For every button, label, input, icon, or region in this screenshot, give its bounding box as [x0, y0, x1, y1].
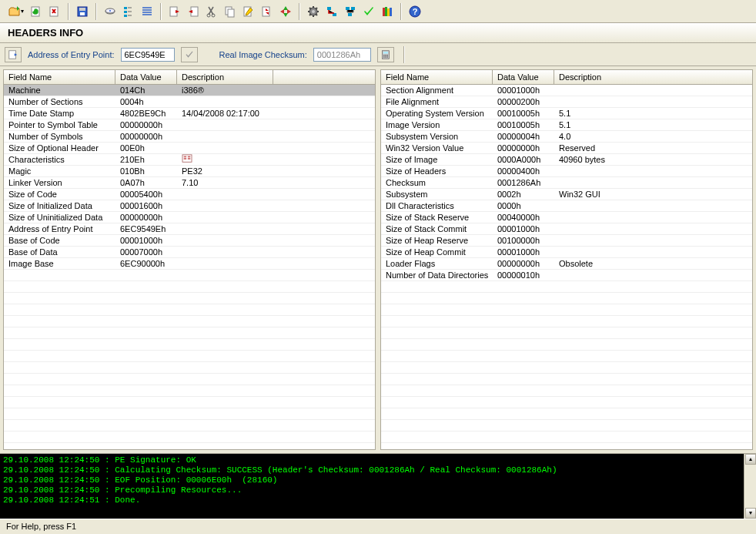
table-row[interactable]: Base of Data00007000h — [4, 247, 375, 258]
table-row[interactable]: Dll Characteristics0000h — [381, 200, 752, 212]
svg-rect-36 — [385, 55, 386, 56]
table-row[interactable]: Operating System Version00010005h5.1 — [381, 108, 752, 119]
table-row[interactable]: Image Base6EC90000h — [4, 258, 375, 270]
column-header[interactable]: Description — [554, 70, 752, 84]
column-header[interactable]: Field Name — [381, 70, 493, 84]
table-row[interactable]: Size of Optional Header00E0h — [4, 143, 375, 154]
right-table-body[interactable]: Section Alignment00001000hFile Alignment… — [381, 85, 752, 449]
svg-rect-40 — [386, 56, 388, 58]
console-scrollbar[interactable]: ▴ ▾ — [744, 454, 756, 519]
svg-rect-34 — [383, 52, 388, 53]
disk-button[interactable] — [102, 3, 119, 20]
left-table: Field NameData ValueDescription Machine0… — [3, 69, 376, 450]
link-button[interactable] — [342, 3, 359, 20]
svg-rect-44 — [188, 156, 190, 158]
tree-button[interactable] — [120, 3, 137, 20]
help-button[interactable]: ? — [406, 3, 423, 20]
table-row[interactable]: Size of Headers00000400h — [381, 166, 752, 177]
column-header[interactable]: Data Value — [115, 70, 177, 84]
svg-rect-16 — [228, 9, 234, 17]
svg-rect-27 — [385, 7, 387, 16]
table-row[interactable]: Number of Sections0004h — [4, 96, 375, 108]
svg-rect-8 — [124, 7, 127, 9]
svg-rect-35 — [383, 55, 385, 56]
table-row[interactable]: Checksum0001286Ah — [381, 177, 752, 189]
svg-rect-45 — [188, 158, 190, 160]
scroll-down-button[interactable]: ▾ — [745, 508, 756, 519]
svg-rect-9 — [124, 11, 127, 13]
gear-button[interactable] — [305, 3, 322, 20]
column-header[interactable]: Data Value — [493, 70, 554, 84]
swap-button[interactable] — [259, 3, 276, 20]
console-panel: 29.10.2008 12:24:50 : PE Signature: OK 2… — [0, 453, 756, 519]
table-row[interactable]: Loader Flags00000000hObsolete — [381, 258, 752, 270]
table-row[interactable]: Size of Heap Commit00001000h — [381, 247, 752, 258]
svg-rect-37 — [386, 55, 388, 56]
import-button[interactable] — [185, 3, 202, 20]
svg-rect-10 — [124, 15, 127, 17]
cut-button[interactable] — [203, 3, 220, 20]
svg-rect-28 — [387, 8, 390, 16]
scroll-up-button[interactable]: ▴ — [745, 454, 756, 465]
svg-rect-25 — [348, 13, 352, 16]
svg-rect-43 — [184, 158, 186, 160]
table-row[interactable]: Address of Entry Point6EC9549Eh — [4, 223, 375, 235]
table-row[interactable]: Pointer to Symbol Table00000000h — [4, 119, 375, 131]
svg-rect-18 — [263, 7, 269, 16]
entry-bar: Address of Entry Point: Real Image Check… — [0, 43, 756, 66]
copy-button[interactable] — [222, 3, 239, 20]
table-row[interactable]: Machine014Chi386® — [4, 85, 375, 96]
table-row[interactable]: Size of Uninitialized Data00000000h — [4, 212, 375, 223]
svg-rect-23 — [346, 7, 350, 10]
table-row[interactable]: Size of Code00005400h — [4, 189, 375, 200]
table-row[interactable]: Time Date Stamp4802BE9Ch14/04/2008 02:17… — [4, 108, 375, 119]
apply-button[interactable] — [181, 47, 198, 62]
edit-button[interactable] — [240, 3, 257, 20]
svg-rect-42 — [184, 156, 186, 158]
table-row[interactable]: Subsystem0002hWin32 GUI — [381, 189, 752, 200]
svg-rect-38 — [383, 56, 385, 58]
entry-icon-button[interactable] — [5, 47, 22, 62]
check-button[interactable] — [360, 3, 377, 20]
entry-point-input[interactable] — [121, 48, 175, 62]
table-row[interactable]: Size of Stack Reserve00040000h — [381, 212, 752, 223]
table-row[interactable]: Size of Image0000A000h40960 bytes — [381, 154, 752, 166]
table-row[interactable]: Section Alignment00001000h — [381, 85, 752, 96]
table-row[interactable]: Linker Version0A07h7.10 — [4, 177, 375, 189]
calculator-button[interactable] — [377, 47, 394, 62]
page-title: HEADERS INFO — [0, 23, 756, 43]
svg-point-7 — [109, 10, 111, 12]
flags-icon — [177, 154, 273, 165]
table-row[interactable]: Subsystem Version00000004h4.0 — [381, 131, 752, 143]
refresh-button[interactable] — [28, 3, 45, 20]
svg-rect-26 — [383, 8, 385, 16]
log-output[interactable]: 29.10.2008 12:24:50 : PE Signature: OK 2… — [0, 454, 744, 519]
list-button[interactable] — [139, 3, 156, 20]
save-button[interactable] — [74, 3, 91, 20]
open-dropdown-button[interactable] — [3, 3, 26, 20]
export-button[interactable] — [166, 3, 183, 20]
table-row[interactable]: Number of Symbols00000000h — [4, 131, 375, 143]
connect-button[interactable] — [323, 3, 340, 20]
table-row[interactable]: Characteristics210Eh — [4, 154, 375, 166]
main-toolbar: ? — [0, 0, 756, 23]
close-button[interactable] — [46, 3, 63, 20]
table-row[interactable]: Size of Stack Commit00001000h — [381, 223, 752, 235]
table-row[interactable]: Image Version00010005h5.1 — [381, 119, 752, 131]
nav-button[interactable] — [277, 3, 294, 20]
svg-text:?: ? — [413, 7, 418, 16]
table-row[interactable]: Size of Initialized Data00001600h — [4, 200, 375, 212]
column-header[interactable]: Description — [177, 70, 273, 84]
table-row[interactable]: Magic010BhPE32 — [4, 166, 375, 177]
table-row[interactable]: Win32 Version Value00000000hReserved — [381, 143, 752, 154]
table-row[interactable]: File Alignment00000200h — [381, 96, 752, 108]
table-row[interactable]: Size of Heap Reserve00100000h — [381, 235, 752, 247]
checksum-input — [313, 48, 371, 62]
left-table-body[interactable]: Machine014Chi386®Number of Sections0004h… — [4, 85, 375, 449]
table-row[interactable]: Base of Code00001000h — [4, 235, 375, 247]
table-row[interactable]: Number of Data Directories00000010h — [381, 270, 752, 281]
column-header[interactable]: Field Name — [4, 70, 115, 84]
entry-point-label: Address of Entry Point: — [28, 50, 115, 59]
books-button[interactable] — [379, 3, 396, 20]
tables-container: Field NameData ValueDescription Machine0… — [0, 66, 756, 453]
